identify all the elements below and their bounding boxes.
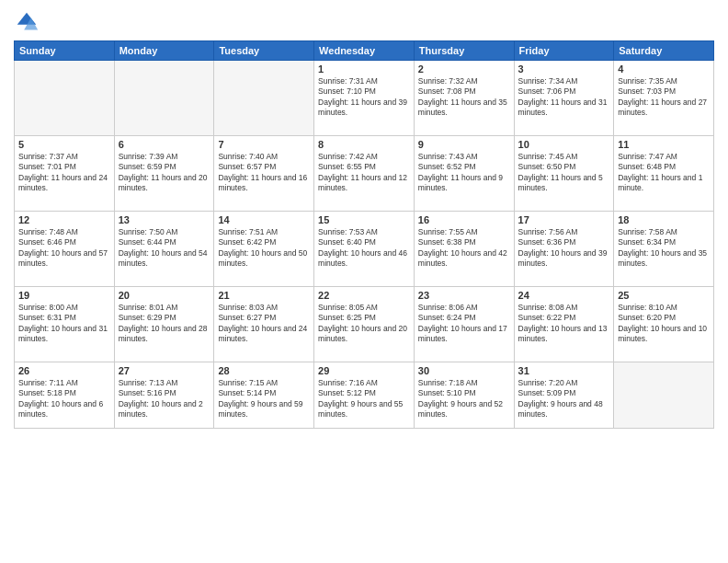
calendar-cell: 25Sunrise: 8:10 AM Sunset: 6:20 PM Dayli… [614,287,714,362]
day-info: Sunrise: 7:15 AM Sunset: 5:14 PM Dayligh… [218,378,310,420]
page: SundayMondayTuesdayWednesdayThursdayFrid… [0,0,728,563]
calendar-cell: 7Sunrise: 7:40 AM Sunset: 6:57 PM Daylig… [214,136,314,212]
day-number: 8 [318,139,410,150]
calendar-cell: 22Sunrise: 8:05 AM Sunset: 6:25 PM Dayli… [314,287,415,362]
weekday-header-monday: Monday [114,41,214,61]
calendar-cell: 20Sunrise: 8:01 AM Sunset: 6:29 PM Dayli… [114,287,214,362]
day-info: Sunrise: 7:37 AM Sunset: 7:01 PM Dayligh… [18,152,110,194]
calendar-cell: 15Sunrise: 7:53 AM Sunset: 6:40 PM Dayli… [314,212,415,287]
day-info: Sunrise: 7:55 AM Sunset: 6:38 PM Dayligh… [418,227,510,270]
day-number: 17 [518,214,610,225]
calendar-cell [614,362,714,429]
calendar-cell: 3Sunrise: 7:34 AM Sunset: 7:06 PM Daylig… [514,61,614,136]
weekday-header-thursday: Thursday [414,41,514,61]
calendar-cell [114,61,214,136]
day-info: Sunrise: 7:31 AM Sunset: 7:10 PM Dayligh… [318,76,410,119]
calendar-cell [15,61,115,136]
calendar-cell: 26Sunrise: 7:11 AM Sunset: 5:18 PM Dayli… [15,362,115,429]
day-info: Sunrise: 7:42 AM Sunset: 6:55 PM Dayligh… [318,152,410,194]
day-info: Sunrise: 7:53 AM Sunset: 6:40 PM Dayligh… [318,227,410,270]
weekday-header-sunday: Sunday [15,41,115,61]
day-info: Sunrise: 8:08 AM Sunset: 6:22 PM Dayligh… [518,303,610,345]
day-info: Sunrise: 8:05 AM Sunset: 6:25 PM Dayligh… [318,303,410,345]
calendar-cell: 17Sunrise: 7:56 AM Sunset: 6:36 PM Dayli… [514,212,614,287]
calendar-cell [214,61,314,136]
day-number: 10 [518,139,610,150]
calendar-cell: 21Sunrise: 8:03 AM Sunset: 6:27 PM Dayli… [214,287,314,362]
day-info: Sunrise: 8:00 AM Sunset: 6:31 PM Dayligh… [18,303,110,345]
calendar-cell: 24Sunrise: 8:08 AM Sunset: 6:22 PM Dayli… [514,287,614,362]
weekday-header-wednesday: Wednesday [314,41,415,61]
day-number: 18 [618,214,710,225]
day-info: Sunrise: 7:48 AM Sunset: 6:46 PM Dayligh… [18,227,110,270]
calendar-cell: 8Sunrise: 7:42 AM Sunset: 6:55 PM Daylig… [314,136,415,212]
logo [14,9,43,35]
week-row-2: 5Sunrise: 7:37 AM Sunset: 7:01 PM Daylig… [15,136,714,212]
day-number: 21 [218,290,310,301]
logo-icon [14,9,40,35]
day-info: Sunrise: 7:43 AM Sunset: 6:52 PM Dayligh… [418,152,510,194]
day-info: Sunrise: 7:50 AM Sunset: 6:44 PM Dayligh… [119,227,210,270]
week-row-1: 1Sunrise: 7:31 AM Sunset: 7:10 PM Daylig… [15,61,714,136]
header [14,9,714,35]
day-number: 7 [218,139,310,150]
day-info: Sunrise: 7:11 AM Sunset: 5:18 PM Dayligh… [18,378,110,420]
day-number: 25 [618,290,710,301]
day-number: 15 [318,214,410,225]
day-info: Sunrise: 7:47 AM Sunset: 6:48 PM Dayligh… [618,152,710,194]
day-number: 4 [618,63,710,75]
day-number: 23 [418,290,510,301]
day-number: 3 [518,63,610,75]
calendar-cell: 2Sunrise: 7:32 AM Sunset: 7:08 PM Daylig… [414,61,514,136]
day-info: Sunrise: 7:39 AM Sunset: 6:59 PM Dayligh… [119,152,210,194]
week-row-3: 12Sunrise: 7:48 AM Sunset: 6:46 PM Dayli… [15,212,714,287]
calendar-table: SundayMondayTuesdayWednesdayThursdayFrid… [14,40,714,429]
day-info: Sunrise: 7:56 AM Sunset: 6:36 PM Dayligh… [518,227,610,270]
day-info: Sunrise: 7:34 AM Sunset: 7:06 PM Dayligh… [518,76,610,119]
day-number: 29 [318,365,410,376]
day-info: Sunrise: 8:06 AM Sunset: 6:24 PM Dayligh… [418,303,510,345]
calendar-cell: 4Sunrise: 7:35 AM Sunset: 7:03 PM Daylig… [614,61,714,136]
calendar-cell: 12Sunrise: 7:48 AM Sunset: 6:46 PM Dayli… [15,212,115,287]
calendar-cell: 29Sunrise: 7:16 AM Sunset: 5:12 PM Dayli… [314,362,415,429]
calendar-cell: 11Sunrise: 7:47 AM Sunset: 6:48 PM Dayli… [614,136,714,212]
day-number: 5 [18,139,110,150]
calendar-cell: 1Sunrise: 7:31 AM Sunset: 7:10 PM Daylig… [314,61,415,136]
calendar-cell: 30Sunrise: 7:18 AM Sunset: 5:10 PM Dayli… [414,362,514,429]
day-number: 13 [119,214,210,225]
day-info: Sunrise: 8:10 AM Sunset: 6:20 PM Dayligh… [618,303,710,345]
day-info: Sunrise: 7:18 AM Sunset: 5:10 PM Dayligh… [418,378,510,420]
day-number: 20 [119,290,210,301]
day-number: 11 [618,139,710,150]
calendar-cell: 10Sunrise: 7:45 AM Sunset: 6:50 PM Dayli… [514,136,614,212]
day-number: 22 [318,290,410,301]
day-number: 12 [18,214,110,225]
weekday-header-friday: Friday [514,41,614,61]
day-info: Sunrise: 7:13 AM Sunset: 5:16 PM Dayligh… [119,378,210,420]
day-number: 28 [218,365,310,376]
calendar-cell: 14Sunrise: 7:51 AM Sunset: 6:42 PM Dayli… [214,212,314,287]
day-number: 24 [518,290,610,301]
day-info: Sunrise: 7:58 AM Sunset: 6:34 PM Dayligh… [618,227,710,270]
day-info: Sunrise: 7:45 AM Sunset: 6:50 PM Dayligh… [518,152,610,194]
week-row-4: 19Sunrise: 8:00 AM Sunset: 6:31 PM Dayli… [15,287,714,362]
calendar-cell: 28Sunrise: 7:15 AM Sunset: 5:14 PM Dayli… [214,362,314,429]
calendar-cell: 13Sunrise: 7:50 AM Sunset: 6:44 PM Dayli… [114,212,214,287]
calendar-cell: 23Sunrise: 8:06 AM Sunset: 6:24 PM Dayli… [414,287,514,362]
day-info: Sunrise: 8:01 AM Sunset: 6:29 PM Dayligh… [119,303,210,345]
day-info: Sunrise: 7:35 AM Sunset: 7:03 PM Dayligh… [618,76,710,119]
day-number: 30 [418,365,510,376]
week-row-5: 26Sunrise: 7:11 AM Sunset: 5:18 PM Dayli… [15,362,714,429]
day-number: 16 [418,214,510,225]
calendar-cell: 6Sunrise: 7:39 AM Sunset: 6:59 PM Daylig… [114,136,214,212]
day-info: Sunrise: 8:03 AM Sunset: 6:27 PM Dayligh… [218,303,310,345]
calendar-cell: 18Sunrise: 7:58 AM Sunset: 6:34 PM Dayli… [614,212,714,287]
day-number: 26 [18,365,110,376]
calendar-cell: 16Sunrise: 7:55 AM Sunset: 6:38 PM Dayli… [414,212,514,287]
day-number: 31 [518,365,610,376]
calendar-cell: 19Sunrise: 8:00 AM Sunset: 6:31 PM Dayli… [15,287,115,362]
day-number: 9 [418,139,510,150]
weekday-header-tuesday: Tuesday [214,41,314,61]
day-info: Sunrise: 7:40 AM Sunset: 6:57 PM Dayligh… [218,152,310,194]
day-number: 6 [119,139,210,150]
